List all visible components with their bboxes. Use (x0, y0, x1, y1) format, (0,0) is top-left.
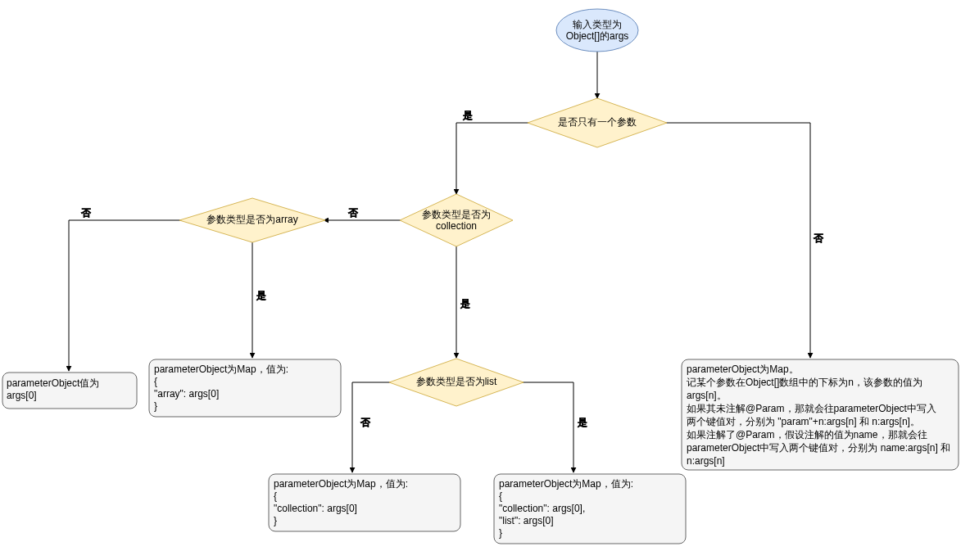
svg-text:}: } (154, 400, 157, 412)
svg-text:"collection": args[0],: "collection": args[0], (499, 503, 585, 514)
svg-text:{: { (274, 490, 277, 502)
terminal-collection-map: parameterObject为Map，值为: { "collection": … (269, 474, 460, 531)
svg-text:n:args[n]: n:args[n] (687, 455, 725, 467)
svg-text:parameterObject为Map，值为:: parameterObject为Map，值为: (154, 364, 288, 375)
svg-text:两个键值对，分别为 "param"+n:args[n] 和 : 两个键值对，分别为 "param"+n:args[n] 和 n:args[n]。 (687, 416, 920, 427)
terminal-args0: parameterObject值为 args[0] (2, 373, 137, 409)
svg-text:parameterObject中写入两个键值对，分别为 na: parameterObject中写入两个键值对，分别为 name:args[n]… (687, 442, 950, 454)
svg-text:如果注解了@Param，假设注解的值为name，那就会往: 如果注解了@Param，假设注解的值为name，那就会往 (687, 429, 927, 440)
decision-is-array: 参数类型是否为array (179, 198, 325, 242)
decision-is-collection: 参数类型是否为 collection (400, 194, 513, 246)
svg-text:是否只有一个参数: 是否只有一个参数 (558, 116, 637, 128)
svg-text:parameterObject值为: parameterObject值为 (7, 377, 99, 389)
edge-label-no: 否 (348, 207, 358, 219)
svg-text:记某个参数在Object[]数组中的下标为n，该参数的值为: 记某个参数在Object[]数组中的下标为n，该参数的值为 (687, 377, 922, 388)
svg-text:输入类型为: 输入类型为 (573, 19, 622, 30)
terminal-array-map: parameterObject为Map，值为: { "array": args[… (149, 359, 341, 417)
svg-text:collection: collection (436, 220, 477, 232)
svg-text:parameterObject为Map，值为:: parameterObject为Map，值为: (499, 478, 633, 490)
edge-label-yes: 是 (256, 290, 266, 301)
svg-text:args[0]: args[0] (7, 390, 37, 401)
svg-text:"array": args[0]: "array": args[0] (154, 388, 219, 400)
edge-label-no: 否 (814, 233, 823, 244)
svg-text:parameterObject为Map，值为:: parameterObject为Map，值为: (274, 478, 408, 490)
svg-text:args[n]。: args[n]。 (687, 390, 727, 401)
decision-is-list: 参数类型是否为list (389, 359, 524, 406)
terminal-list-map: parameterObject为Map，值为: { "collection": … (494, 474, 686, 544)
svg-text:}: } (274, 515, 277, 526)
edge-label-no: 否 (81, 207, 91, 219)
terminal-multi-params: parameterObject为Map。 记某个参数在Object[]数组中的下… (682, 359, 959, 470)
decision-only-one-param: 是否只有一个参数 (528, 98, 667, 147)
flowchart-canvas: 是 否 否 是 否 是 否 是 输入类型为 Object[]的args 是否只有… (0, 0, 970, 560)
svg-text:}: } (499, 527, 502, 539)
svg-text:{: { (499, 490, 502, 502)
edge-label-yes: 是 (578, 417, 587, 428)
svg-text:{: { (154, 376, 157, 387)
edge-label-no: 否 (360, 417, 370, 428)
svg-text:parameterObject为Map。: parameterObject为Map。 (687, 364, 799, 375)
edge-label-yes: 是 (463, 110, 473, 121)
svg-text:如果其未注解@Param，那就会往parameterObje: 如果其未注解@Param，那就会往parameterObject中写入 (687, 403, 936, 414)
svg-text:参数类型是否为: 参数类型是否为 (422, 209, 491, 220)
svg-text:"collection": args[0]: "collection": args[0] (274, 503, 357, 514)
start-node: 输入类型为 Object[]的args (556, 9, 638, 52)
svg-text:参数类型是否为array: 参数类型是否为array (206, 214, 297, 225)
svg-text:参数类型是否为list: 参数类型是否为list (416, 376, 497, 387)
svg-text:Object[]的args: Object[]的args (566, 30, 629, 42)
svg-text:"list": args[0]: "list": args[0] (499, 515, 554, 526)
edge-label-yes: 是 (460, 298, 470, 309)
